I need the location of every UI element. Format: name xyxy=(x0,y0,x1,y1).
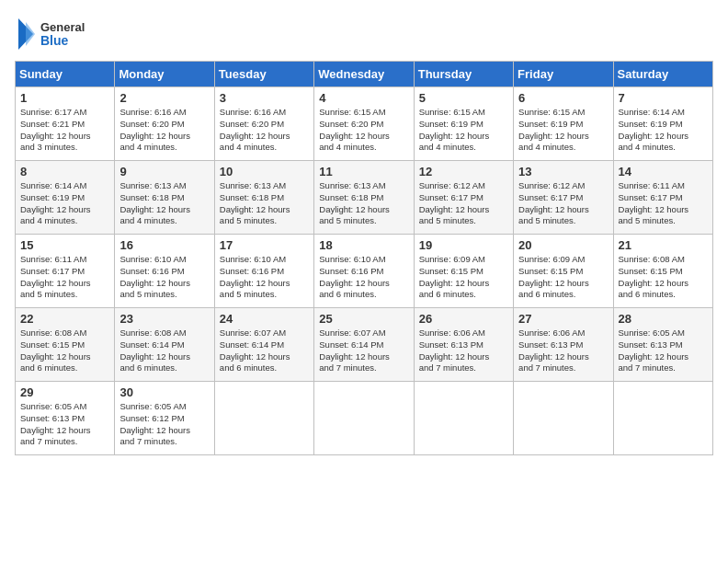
day-number: 1 xyxy=(20,91,109,105)
day-info: Sunrise: 6:15 AM Sunset: 6:19 PM Dayligh… xyxy=(518,107,608,154)
header-tuesday: Tuesday xyxy=(214,62,313,87)
day-info: Sunrise: 6:07 AM Sunset: 6:14 PM Dayligh… xyxy=(319,327,408,374)
day-number: 10 xyxy=(220,165,309,178)
calendar-cell: 13Sunrise: 6:12 AM Sunset: 6:17 PM Dayli… xyxy=(514,161,613,235)
calendar-cell: 3Sunrise: 6:16 AM Sunset: 6:20 PM Daylig… xyxy=(214,87,313,161)
day-number: 9 xyxy=(119,165,209,178)
calendar-cell: 21Sunrise: 6:08 AM Sunset: 6:15 PM Dayli… xyxy=(613,235,712,308)
day-info: Sunrise: 6:14 AM Sunset: 6:19 PM Dayligh… xyxy=(20,180,109,227)
header-sunday: Sunday xyxy=(16,62,115,87)
day-info: Sunrise: 6:13 AM Sunset: 6:18 PM Dayligh… xyxy=(220,180,309,227)
day-info: Sunrise: 6:09 AM Sunset: 6:15 PM Dayligh… xyxy=(518,254,608,301)
day-number: 22 xyxy=(20,312,109,326)
day-info: Sunrise: 6:12 AM Sunset: 6:17 PM Dayligh… xyxy=(518,180,608,227)
day-info: Sunrise: 6:05 AM Sunset: 6:13 PM Dayligh… xyxy=(619,327,708,374)
calendar-cell: 19Sunrise: 6:09 AM Sunset: 6:15 PM Dayli… xyxy=(414,235,513,308)
day-info: Sunrise: 6:13 AM Sunset: 6:18 PM Dayligh… xyxy=(119,180,209,227)
calendar-cell: 29Sunrise: 6:05 AM Sunset: 6:13 PM Dayli… xyxy=(16,382,115,455)
calendar-cell: 30Sunrise: 6:05 AM Sunset: 6:12 PM Dayli… xyxy=(115,382,214,455)
calendar-cell: 12Sunrise: 6:12 AM Sunset: 6:17 PM Dayli… xyxy=(414,161,513,235)
day-info: Sunrise: 6:10 AM Sunset: 6:16 PM Dayligh… xyxy=(319,254,408,301)
day-number: 17 xyxy=(220,238,309,252)
day-number: 13 xyxy=(518,165,608,178)
day-info: Sunrise: 6:14 AM Sunset: 6:19 PM Dayligh… xyxy=(619,107,708,154)
day-info: Sunrise: 6:12 AM Sunset: 6:17 PM Dayligh… xyxy=(419,180,508,227)
week-row-3: 22Sunrise: 6:08 AM Sunset: 6:15 PM Dayli… xyxy=(16,308,713,382)
header-row: SundayMondayTuesdayWednesdayThursdayFrid… xyxy=(16,62,713,87)
svg-marker-3 xyxy=(26,22,35,46)
page-header: General Blue xyxy=(15,15,713,53)
header-monday: Monday xyxy=(115,62,214,87)
calendar-header: SundayMondayTuesdayWednesdayThursdayFrid… xyxy=(16,62,713,87)
calendar-cell: 4Sunrise: 6:15 AM Sunset: 6:20 PM Daylig… xyxy=(314,87,414,161)
day-number: 15 xyxy=(20,238,109,252)
calendar-cell: 15Sunrise: 6:11 AM Sunset: 6:17 PM Dayli… xyxy=(16,235,115,308)
day-info: Sunrise: 6:17 AM Sunset: 6:21 PM Dayligh… xyxy=(20,107,109,154)
day-info: Sunrise: 6:08 AM Sunset: 6:15 PM Dayligh… xyxy=(20,327,109,374)
calendar-cell xyxy=(514,382,613,455)
day-number: 23 xyxy=(119,312,209,326)
day-info: Sunrise: 6:16 AM Sunset: 6:20 PM Dayligh… xyxy=(220,107,309,154)
calendar-body: 1Sunrise: 6:17 AM Sunset: 6:21 PM Daylig… xyxy=(16,87,713,455)
day-info: Sunrise: 6:15 AM Sunset: 6:19 PM Dayligh… xyxy=(419,107,508,154)
week-row-0: 1Sunrise: 6:17 AM Sunset: 6:21 PM Daylig… xyxy=(16,87,713,161)
calendar-cell: 24Sunrise: 6:07 AM Sunset: 6:14 PM Dayli… xyxy=(214,308,313,382)
header-thursday: Thursday xyxy=(414,62,513,87)
calendar-cell xyxy=(414,382,513,455)
calendar-cell xyxy=(613,382,712,455)
day-info: Sunrise: 6:10 AM Sunset: 6:16 PM Dayligh… xyxy=(119,254,209,301)
day-number: 12 xyxy=(419,165,508,178)
logo: General Blue xyxy=(15,15,97,53)
calendar-cell: 7Sunrise: 6:14 AM Sunset: 6:19 PM Daylig… xyxy=(613,87,712,161)
calendar-cell: 25Sunrise: 6:07 AM Sunset: 6:14 PM Dayli… xyxy=(314,308,414,382)
day-info: Sunrise: 6:06 AM Sunset: 6:13 PM Dayligh… xyxy=(518,327,608,374)
calendar-cell: 16Sunrise: 6:10 AM Sunset: 6:16 PM Dayli… xyxy=(115,235,214,308)
calendar-cell: 5Sunrise: 6:15 AM Sunset: 6:19 PM Daylig… xyxy=(414,87,513,161)
day-number: 3 xyxy=(220,91,309,105)
calendar-cell: 14Sunrise: 6:11 AM Sunset: 6:17 PM Dayli… xyxy=(613,161,712,235)
calendar-cell: 27Sunrise: 6:06 AM Sunset: 6:13 PM Dayli… xyxy=(514,308,613,382)
day-number: 24 xyxy=(220,312,309,326)
day-info: Sunrise: 6:09 AM Sunset: 6:15 PM Dayligh… xyxy=(419,254,508,301)
day-number: 14 xyxy=(619,165,708,178)
day-info: Sunrise: 6:08 AM Sunset: 6:14 PM Dayligh… xyxy=(119,327,209,374)
calendar-cell: 28Sunrise: 6:05 AM Sunset: 6:13 PM Dayli… xyxy=(613,308,712,382)
day-number: 16 xyxy=(119,238,209,252)
day-info: Sunrise: 6:06 AM Sunset: 6:13 PM Dayligh… xyxy=(419,327,508,374)
day-number: 6 xyxy=(518,91,608,105)
calendar-table: SundayMondayTuesdayWednesdayThursdayFrid… xyxy=(15,61,713,455)
day-number: 26 xyxy=(419,312,508,326)
calendar-cell: 17Sunrise: 6:10 AM Sunset: 6:16 PM Dayli… xyxy=(214,235,313,308)
day-info: Sunrise: 6:16 AM Sunset: 6:20 PM Dayligh… xyxy=(119,107,209,154)
week-row-2: 15Sunrise: 6:11 AM Sunset: 6:17 PM Dayli… xyxy=(16,235,713,308)
day-number: 11 xyxy=(319,165,408,178)
day-info: Sunrise: 6:11 AM Sunset: 6:17 PM Dayligh… xyxy=(20,254,109,301)
day-info: Sunrise: 6:08 AM Sunset: 6:15 PM Dayligh… xyxy=(619,254,708,301)
day-number: 7 xyxy=(619,91,708,105)
calendar-cell: 11Sunrise: 6:13 AM Sunset: 6:18 PM Dayli… xyxy=(314,161,414,235)
calendar-cell: 23Sunrise: 6:08 AM Sunset: 6:14 PM Dayli… xyxy=(115,308,214,382)
day-number: 18 xyxy=(319,238,408,252)
day-number: 27 xyxy=(518,312,608,326)
week-row-4: 29Sunrise: 6:05 AM Sunset: 6:13 PM Dayli… xyxy=(16,382,713,455)
day-info: Sunrise: 6:07 AM Sunset: 6:14 PM Dayligh… xyxy=(220,327,309,374)
calendar-cell: 10Sunrise: 6:13 AM Sunset: 6:18 PM Dayli… xyxy=(214,161,313,235)
calendar-cell: 22Sunrise: 6:08 AM Sunset: 6:15 PM Dayli… xyxy=(16,308,115,382)
day-number: 29 xyxy=(20,385,109,399)
day-number: 30 xyxy=(119,385,209,399)
day-number: 21 xyxy=(619,238,708,252)
day-number: 28 xyxy=(619,312,708,326)
svg-text:Blue: Blue xyxy=(40,33,69,48)
calendar-cell: 20Sunrise: 6:09 AM Sunset: 6:15 PM Dayli… xyxy=(514,235,613,308)
day-number: 20 xyxy=(518,238,608,252)
day-info: Sunrise: 6:15 AM Sunset: 6:20 PM Dayligh… xyxy=(319,107,408,154)
calendar-cell xyxy=(314,382,414,455)
calendar-cell: 8Sunrise: 6:14 AM Sunset: 6:19 PM Daylig… xyxy=(16,161,115,235)
day-info: Sunrise: 6:10 AM Sunset: 6:16 PM Dayligh… xyxy=(220,254,309,301)
calendar-cell: 2Sunrise: 6:16 AM Sunset: 6:20 PM Daylig… xyxy=(115,87,214,161)
day-info: Sunrise: 6:11 AM Sunset: 6:17 PM Dayligh… xyxy=(619,180,708,227)
calendar-cell xyxy=(214,382,313,455)
calendar-cell: 1Sunrise: 6:17 AM Sunset: 6:21 PM Daylig… xyxy=(16,87,115,161)
logo-svg: General Blue xyxy=(15,15,97,53)
day-number: 4 xyxy=(319,91,408,105)
